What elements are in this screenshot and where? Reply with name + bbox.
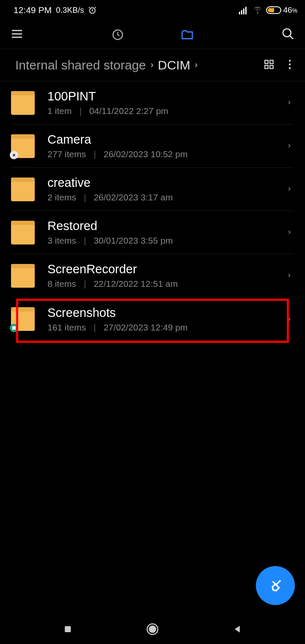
more-options-button[interactable] xyxy=(281,55,298,76)
tab-recent[interactable] xyxy=(111,28,125,42)
svg-point-9 xyxy=(283,29,291,37)
folder-row[interactable]: creative 2 items|26/02/2023 3:17 am xyxy=(11,168,294,211)
folder-icon xyxy=(11,264,35,288)
chevron-right-icon xyxy=(149,59,155,71)
svg-point-15 xyxy=(289,60,291,61)
svg-rect-13 xyxy=(265,65,268,69)
svg-point-17 xyxy=(289,67,291,69)
folder-name: Screenshots xyxy=(47,306,274,320)
chevron-right-icon xyxy=(286,141,294,151)
folder-meta: 2 items|26/02/2023 3:17 am xyxy=(47,192,274,203)
folder-meta: 277 items|26/02/2023 10:52 pm xyxy=(47,149,274,159)
svg-line-10 xyxy=(290,36,293,39)
breadcrumb[interactable]: Internal shared storage DCIM xyxy=(15,58,257,72)
svg-rect-3 xyxy=(243,8,244,14)
folder-name: Restored xyxy=(47,219,274,233)
svg-rect-14 xyxy=(270,65,273,69)
status-network-speed: 0.3KB/s xyxy=(56,6,84,15)
status-bar: 12:49 PM 0.3KB/s 46% xyxy=(0,0,305,20)
folder-badge-icon xyxy=(10,324,18,332)
svg-rect-11 xyxy=(265,60,268,64)
svg-rect-19 xyxy=(65,626,71,632)
grid-view-button[interactable] xyxy=(257,55,281,76)
nav-home-button[interactable] xyxy=(144,621,161,638)
folder-name: 100PINT xyxy=(47,89,274,103)
folder-icon xyxy=(11,178,35,201)
battery-indicator: 46% xyxy=(266,6,297,15)
svg-rect-18 xyxy=(12,326,16,330)
chevron-right-icon xyxy=(286,228,294,237)
folder-name: Camera xyxy=(47,133,274,147)
folder-meta: 8 items|22/12/2022 12:51 am xyxy=(47,279,274,289)
svg-rect-1 xyxy=(239,12,240,14)
folder-icon xyxy=(11,91,35,115)
folder-row[interactable]: Camera 277 items|26/02/2023 10:52 pm xyxy=(11,125,294,168)
nav-back-button[interactable] xyxy=(229,621,246,638)
nav-recents-button[interactable] xyxy=(59,621,76,638)
svg-rect-12 xyxy=(270,60,273,64)
svg-rect-4 xyxy=(245,7,247,14)
folder-meta: 161 items|27/02/2023 12:49 pm xyxy=(47,322,274,333)
folder-icon xyxy=(11,221,35,244)
chevron-right-icon xyxy=(286,184,294,194)
folder-name: ScreenRecorder xyxy=(47,262,274,276)
signal-icon xyxy=(239,6,249,14)
menu-button[interactable] xyxy=(7,24,27,46)
folder-row[interactable]: ScreenRecorder 8 items|22/12/2022 12:51 … xyxy=(11,254,294,297)
folder-meta: 1 item|04/11/2022 2:27 pm xyxy=(47,106,274,116)
chevron-right-icon xyxy=(286,314,294,324)
wifi-icon xyxy=(252,6,263,14)
breadcrumb-current[interactable]: DCIM xyxy=(158,58,191,72)
folder-list: 100PINT 1 item|04/11/2022 2:27 pm Camera… xyxy=(0,81,305,341)
folder-name: creative xyxy=(47,176,274,190)
chevron-right-icon xyxy=(193,59,200,71)
status-time: 12:49 PM xyxy=(14,5,52,15)
navigation-bar xyxy=(0,614,305,644)
tab-files[interactable] xyxy=(180,28,194,42)
breadcrumb-root[interactable]: Internal shared storage xyxy=(15,58,146,72)
chevron-right-icon xyxy=(286,98,294,108)
folder-meta: 3 items|30/01/2023 3:55 pm xyxy=(47,236,274,246)
svg-point-16 xyxy=(289,63,291,65)
clean-fab[interactable] xyxy=(256,566,295,605)
search-button[interactable] xyxy=(278,24,298,46)
svg-point-21 xyxy=(150,626,156,633)
alarm-icon xyxy=(88,6,97,14)
folder-row[interactable]: Screenshots 161 items|27/02/2023 12:49 p… xyxy=(11,297,294,341)
breadcrumb-row: Internal shared storage DCIM xyxy=(0,49,305,81)
folder-badge-icon xyxy=(10,151,18,159)
app-bar xyxy=(0,20,305,49)
folder-icon xyxy=(11,134,35,158)
svg-rect-2 xyxy=(241,10,242,14)
chevron-right-icon xyxy=(286,271,294,280)
folder-icon xyxy=(11,307,35,331)
folder-row[interactable]: 100PINT 1 item|04/11/2022 2:27 pm xyxy=(11,81,294,125)
folder-row[interactable]: Restored 3 items|30/01/2023 3:55 pm xyxy=(11,211,294,254)
